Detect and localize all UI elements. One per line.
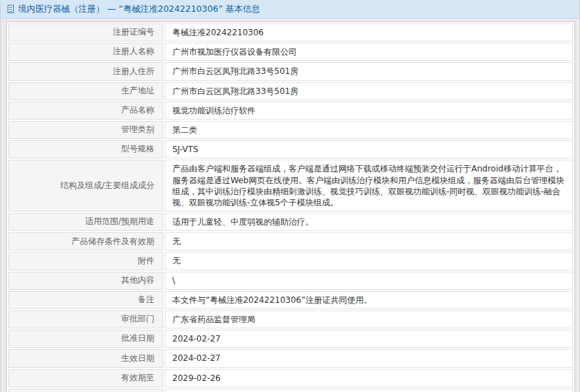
info-table: 注册证编号粤械注准20242210306注册人名称广州市视加医疗仪器设备有限公司… [6,21,575,392]
table-row: 其他内容\ [8,272,573,290]
row-value: 无 [165,232,573,250]
row-label: 其他内容 [8,272,163,290]
row-label-text: 适用范围/预期用途 [85,216,154,226]
row-value: 视觉功能训练治疗软件 [165,102,573,120]
table-row: 生效日期2024-02-27 [8,349,573,367]
row-label: 注册人名称 [8,43,163,61]
table-row: 批准日期2024-02-27 [8,330,573,348]
row-label: 型号规格 [8,140,163,158]
row-value: 适用于儿童轻、中度弱视的辅助治疗。 [165,213,573,231]
table-row: 附件无 [8,252,573,270]
page-title: 境内医疗器械（注册） — “粤械注准20242210306” 基本信息 [18,3,260,15]
row-value: 广州市视加医疗仪器设备有限公司 [165,43,573,61]
row-value: 2025-01-10: 1、注册人住所由“广州市白云区夏茅路13号”变更为“广州… [165,389,573,392]
row-value: 广东省药品监督管理局 [165,310,573,328]
row-value: 广州市白云区凤翔北路33号501房 [165,62,573,80]
row-label: 有效期至 [8,369,163,387]
row-label-text: 型号规格 [121,144,154,153]
row-label: 变更情况 [8,389,163,392]
row-label: 生效日期 [8,349,163,367]
table-row: 产品储存条件及有效期无 [8,232,573,250]
row-value: 粤械注准20242210306 [165,24,573,41]
row-label-text: 备注 [138,295,154,304]
row-label-text: 其他内容 [121,275,154,285]
row-label-text: 有效期至 [121,373,154,382]
row-value: \ [165,272,573,290]
table-row: 结构及组成/主要组成成分产品由客户端和服务器端组成，客户端是通过网络下载或移动终… [8,160,573,212]
row-label-text: 管理类别 [121,124,154,134]
table-row: 生产地址广州市白云区凤翔北路33号501房 [8,82,573,100]
row-label-text: 附件 [138,256,154,265]
page-header: 境内医疗器械（注册） — “粤械注准20242210306” 基本信息 [1,0,579,19]
row-label: 管理类别 [8,121,163,139]
row-label: 生产地址 [8,82,163,100]
row-label-text: 注册证编号 [113,27,154,37]
row-label: 结构及组成/主要组成成分 [8,160,163,212]
table-row: 变更情况2025-01-10: 1、注册人住所由“广州市白云区夏茅路13号”变更… [8,389,573,392]
row-value: 产品由客户端和服务器端组成，客户端是通过网络下载或移动终端预装交付运行于Andr… [165,160,573,212]
table-row: 审批部门广东省药品监督管理局 [8,310,573,328]
table-row: 注册人名称广州市视加医疗仪器设备有限公司 [8,43,573,61]
row-value: SJ-VTS [165,140,573,158]
row-label-text: 生产地址 [121,86,154,95]
document-icon [8,5,14,13]
table-row: 产品名称视觉功能训练治疗软件 [8,102,573,120]
row-value: 本文件与“粤械注准20242210306”注册证共同使用。 [165,291,573,309]
table-row: 注册证编号粤械注准20242210306 [8,24,573,41]
row-value: 2024-02-27 [165,330,573,348]
table-row: 备注本文件与“粤械注准20242210306”注册证共同使用。 [8,291,573,309]
row-value: 2024-02-27 [165,349,573,367]
table-row: 注册人住所广州市白云区凤翔北路33号501房 [8,62,573,80]
row-label: 适用范围/预期用途 [8,213,163,231]
row-label: 审批部门 [8,310,163,328]
row-label-text: 产品储存条件及有效期 [71,236,154,246]
table-row: 型号规格SJ-VTS [8,140,573,158]
row-value: 广州市白云区凤翔北路33号501房 [165,82,573,100]
row-label-text: 审批部门 [121,314,154,324]
row-label-text: 生效日期 [121,353,154,363]
row-value: 无 [165,252,573,270]
row-label: 产品名称 [8,102,163,120]
row-value: 第二类 [165,121,573,139]
row-label-text: 注册人住所 [113,66,154,76]
row-label-text: 注册人名称 [113,46,154,56]
table-row: 适用范围/预期用途适用于儿童轻、中度弱视的辅助治疗。 [8,213,573,231]
registration-info-page: 境内医疗器械（注册） — “粤械注准20242210306” 基本信息 注册证编… [0,0,580,392]
row-value: 2029-02-26 [165,369,573,387]
row-label-text: 产品名称 [121,105,154,115]
row-label: 注册证编号 [8,24,163,41]
row-label: 批准日期 [8,330,163,348]
table-row: 有效期至2029-02-26 [8,369,573,387]
table-row: 管理类别第二类 [8,121,573,139]
row-label: 注册人住所 [8,62,163,80]
row-label: 产品储存条件及有效期 [8,232,163,250]
row-label-text: 结构及组成/主要组成成分 [60,180,154,190]
row-label: 备注 [8,291,163,309]
row-label-text: 批准日期 [121,333,154,343]
row-label: 附件 [8,252,163,270]
